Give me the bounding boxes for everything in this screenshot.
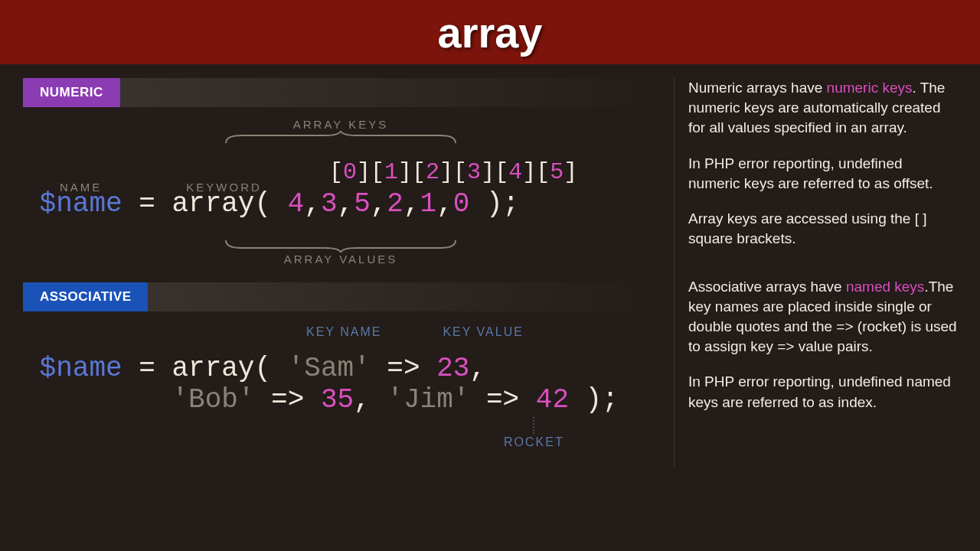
tab-fade: [148, 282, 658, 311]
rocket-label: ROCKET: [504, 435, 564, 448]
sidebar-p2: In PHP error reporting, undefined numeri…: [688, 154, 957, 194]
assoc-code-line1: $name = array( 'Sam' => 23,: [23, 353, 658, 384]
array-values-label: ARRAY VALUES: [23, 253, 658, 266]
assoc-code-block: KEY NAME KEY VALUE $name = array( 'Sam' …: [23, 322, 658, 449]
sidebar-p1: Numeric arrays have numeric keys. The nu…: [688, 78, 957, 139]
title-bar: array: [0, 0, 980, 64]
brace-top-icon: [218, 131, 463, 145]
key-value-label: KEY VALUE: [443, 325, 523, 339]
rocket-line-icon: [533, 417, 534, 434]
numeric-tab-row: NUMERIC: [23, 78, 658, 107]
brace-bottom-icon: [218, 239, 463, 253]
array-keys-label: ARRAY KEYS: [23, 118, 658, 131]
numeric-keys-row: [0][1][2][3][4][5]: [329, 159, 658, 185]
numeric-code-block: ARRAY KEYS NAME KEYWORD [0][1][2][3][4][…: [23, 118, 658, 266]
sidebar-p3: Array keys are accessed using the [ ] sq…: [688, 209, 957, 249]
page-title: array: [437, 8, 542, 57]
content-area: NUMERIC ARRAY KEYS NAME KEYWORD [0][1][2…: [0, 64, 980, 466]
left-column: NUMERIC ARRAY KEYS NAME KEYWORD [0][1][2…: [23, 78, 658, 466]
numeric-inline-labels: NAME KEYWORD: [23, 181, 262, 194]
name-label: NAME: [60, 181, 102, 194]
associative-section: ASSOCIATIVE KEY NAME KEY VALUE $name = a…: [23, 282, 658, 449]
assoc-code-line2: 'Bob' => 35, 'Jim' => 42 );: [23, 384, 658, 416]
tab-fade: [120, 78, 658, 107]
sidebar-text: Numeric arrays have numeric keys. The nu…: [674, 78, 957, 466]
key-name-label: KEY NAME: [306, 325, 381, 339]
assoc-tab-row: ASSOCIATIVE: [23, 282, 658, 311]
sidebar-p4: Associative arrays have named keys.The k…: [688, 277, 957, 357]
assoc-tab: ASSOCIATIVE: [23, 282, 148, 311]
numeric-tab: NUMERIC: [23, 78, 120, 107]
sidebar-p5: In PHP error reporting, undefined named …: [688, 372, 957, 412]
numeric-section: NUMERIC ARRAY KEYS NAME KEYWORD [0][1][2…: [23, 78, 658, 266]
keyword-label: KEYWORD: [186, 181, 262, 194]
